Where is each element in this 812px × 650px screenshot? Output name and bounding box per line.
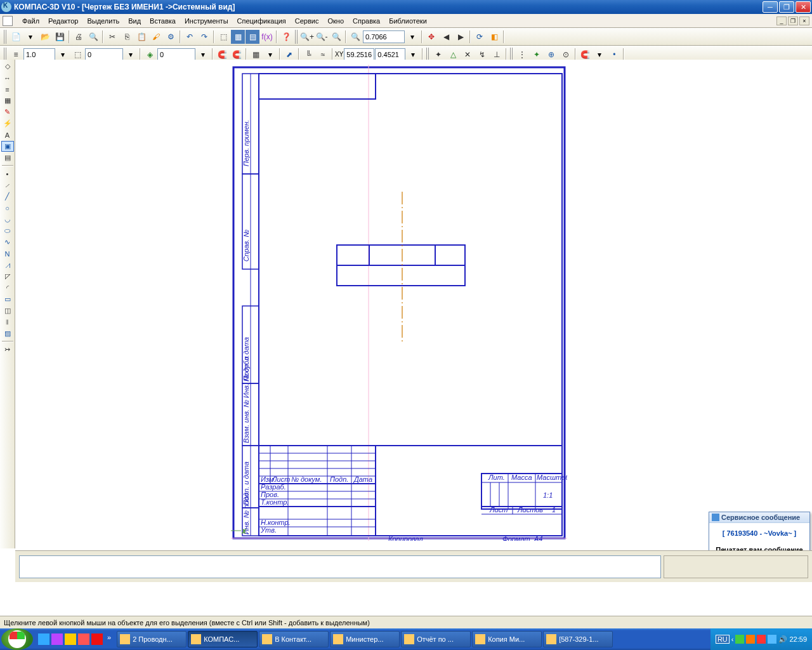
tray-network-icon[interactable] — [768, 635, 776, 644]
geometry-icon[interactable]: ◇ — [1, 61, 14, 72]
zoom-value-input[interactable] — [363, 30, 405, 43]
dimensions-icon[interactable]: ↔ — [1, 72, 14, 83]
preview-icon[interactable]: 🔍 — [86, 30, 100, 44]
x-coord-input[interactable] — [344, 48, 374, 61]
segment-icon[interactable]: ╱ — [1, 191, 14, 202]
help-context-icon[interactable]: ❓ — [279, 30, 293, 44]
prev-view-icon[interactable]: ◀ — [439, 30, 453, 44]
point-icon[interactable]: • — [1, 168, 14, 179]
denote-icon[interactable]: ≡ — [1, 84, 14, 95]
open-icon[interactable]: 📂 — [38, 30, 52, 44]
menu-view[interactable]: Вид — [124, 16, 145, 26]
menu-help[interactable]: Справка — [348, 16, 384, 26]
mdi-minimize[interactable]: _ — [776, 17, 787, 25]
taskbar-app-button[interactable]: Отчёт по ... — [401, 631, 471, 647]
spline-curve-icon[interactable]: ∿ — [1, 237, 14, 248]
zoom-fit-icon[interactable]: 🔍 — [348, 30, 362, 44]
aux-line-icon[interactable]: ⟋ — [1, 180, 14, 190]
y-coord-input[interactable] — [375, 48, 405, 61]
variables-icon[interactable]: f(x) — [260, 30, 274, 44]
tray-icon[interactable] — [735, 635, 744, 644]
ql-opera-icon[interactable] — [91, 633, 103, 645]
save-icon[interactable]: 💾 — [53, 30, 67, 44]
popup-link[interactable]: [ 76193540 - ~Vovka~ ] — [723, 529, 797, 537]
menu-file[interactable]: Файл — [18, 16, 44, 26]
circle-icon[interactable]: ○ — [1, 202, 14, 213]
zoom-window-icon[interactable]: 🔍 — [329, 30, 343, 44]
copy-props-icon[interactable]: 🖌 — [149, 30, 163, 44]
tray-clock[interactable]: 22:59 — [789, 635, 807, 643]
fillet-icon[interactable]: ◜ — [1, 282, 14, 293]
new-icon[interactable]: 📄 — [9, 30, 23, 44]
start-button[interactable] — [1, 628, 33, 650]
tray-lang[interactable]: RU — [716, 635, 730, 644]
ql-media-icon[interactable] — [51, 633, 63, 645]
orientation-icon[interactable]: ◧ — [487, 30, 501, 44]
linewidth-input[interactable] — [23, 48, 55, 61]
redo-icon[interactable]: ↷ — [197, 30, 211, 44]
chamfer-icon[interactable]: ◸ — [1, 271, 14, 282]
zoom-in-icon[interactable]: 🔍+ — [300, 30, 314, 44]
menu-libs[interactable]: Библиотеки — [384, 16, 431, 26]
minimize-button[interactable]: ─ — [763, 1, 778, 13]
layer-input[interactable] — [157, 48, 195, 61]
tray-expand-icon[interactable]: ‹ — [731, 635, 734, 643]
close-button[interactable]: ✕ — [796, 1, 811, 13]
ellipse-icon[interactable]: ⬭ — [1, 225, 14, 236]
arc-icon[interactable]: ◡ — [1, 214, 14, 225]
menu-tools[interactable]: Инструменты — [180, 16, 233, 26]
panel-expand-icon[interactable]: ↣ — [1, 344, 14, 355]
dropdown-arrow-icon[interactable]: ▾ — [405, 30, 419, 44]
bezier-icon[interactable]: N — [1, 248, 14, 259]
tree-icon[interactable]: ⬚ — [216, 30, 230, 44]
pan-icon[interactable]: ✥ — [424, 30, 438, 44]
ql-warn-icon[interactable] — [65, 633, 76, 645]
edit-icon[interactable]: ✎ — [1, 107, 14, 117]
polyline-icon[interactable]: ⩘ — [1, 260, 14, 270]
taskbar-app-button[interactable]: [587-329-1... — [543, 631, 613, 647]
taskbar-app-button[interactable]: КОМПАС... — [188, 631, 258, 647]
drawing-canvas[interactable]: Изм. Лист № докум. Подп. Дата Разраб. Пр… — [15, 60, 812, 548]
collect-icon[interactable]: ◫ — [1, 305, 14, 316]
taskbar-app-button[interactable]: 2 Проводн... — [117, 631, 187, 647]
dropdown-arrow-icon[interactable]: ▾ — [23, 30, 37, 44]
hatch-icon[interactable]: ▨ — [1, 328, 14, 339]
menu-window[interactable]: Окно — [323, 16, 348, 26]
cut-icon[interactable]: ✂ — [105, 30, 119, 44]
measure-icon[interactable]: A — [1, 129, 14, 140]
select-icon[interactable]: ▣ — [1, 141, 14, 152]
copy-icon[interactable]: ⎘ — [120, 30, 134, 44]
params-icon[interactable]: ⚡ — [1, 118, 14, 129]
mdi-doc-icon[interactable] — [3, 16, 13, 26]
ql-qip-icon[interactable] — [78, 633, 89, 645]
mdi-restore[interactable]: ❐ — [788, 17, 798, 25]
taskbar-app-button[interactable]: Копия Ми... — [472, 631, 542, 647]
tray-icon[interactable] — [746, 635, 755, 644]
menu-select[interactable]: Выделить — [82, 16, 124, 26]
mdi-close[interactable]: × — [799, 17, 809, 25]
menu-edit[interactable]: Редактор — [44, 16, 82, 26]
print-icon[interactable]: 🖨 — [72, 30, 86, 44]
menu-spec[interactable]: Спецификация — [233, 16, 291, 26]
tray-icon[interactable] — [757, 635, 766, 644]
taskbar-app-button[interactable]: Министер... — [330, 631, 400, 647]
zoom-out-icon[interactable]: 🔍- — [315, 30, 329, 44]
refresh-icon[interactable]: ⟳ — [473, 30, 487, 44]
step-input[interactable] — [85, 48, 123, 61]
toolbar-grip[interactable] — [295, 30, 298, 44]
paste-icon[interactable]: 📋 — [134, 30, 148, 44]
ql-expand-icon[interactable]: » — [107, 633, 111, 645]
panel2-icon[interactable]: ▤ — [246, 30, 259, 44]
command-input[interactable] — [19, 555, 661, 578]
toolbar-grip[interactable] — [4, 30, 7, 44]
taskbar-app-button[interactable]: В Контакт... — [259, 631, 329, 647]
menu-service[interactable]: Сервис — [291, 16, 324, 26]
ql-ie-icon[interactable] — [38, 633, 49, 645]
layers-icon[interactable]: ▦ — [231, 30, 245, 44]
equidist-icon[interactable]: ⫴ — [1, 317, 14, 328]
denote2-icon[interactable]: ▦ — [1, 95, 14, 106]
rect-icon[interactable]: ▭ — [1, 294, 14, 305]
next-view-icon[interactable]: ▶ — [454, 30, 468, 44]
menu-insert[interactable]: Вставка — [145, 16, 180, 26]
maximize-button[interactable]: ❐ — [779, 1, 794, 13]
